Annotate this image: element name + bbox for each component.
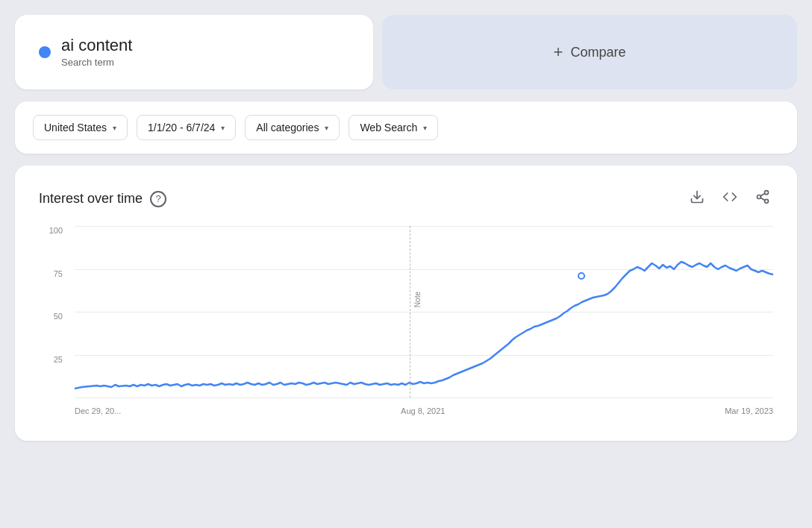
- y-label-100: 100: [49, 226, 69, 235]
- svg-line-5: [761, 194, 765, 196]
- search-type-filter[interactable]: Web Search ▾: [349, 115, 438, 140]
- chart-title: Interest over time: [39, 191, 143, 207]
- download-button[interactable]: [687, 186, 708, 211]
- x-axis-labels: Dec 29, 20... Aug 8, 2021 Mar 19, 2023: [75, 402, 773, 420]
- chart-plot: Note: [75, 226, 773, 397]
- filters-row: United States ▾ 1/1/20 - 6/7/24 ▾ All ca…: [15, 101, 797, 154]
- trend-line-svg: [75, 226, 773, 397]
- y-axis-labels: 100 75 50 25: [39, 226, 69, 397]
- chart-area: 100 75 50 25 Note D: [39, 226, 773, 420]
- category-chevron-icon: ▾: [325, 124, 328, 132]
- category-filter[interactable]: All categories ▾: [245, 115, 340, 140]
- chart-card: Interest over time ?: [15, 166, 797, 441]
- region-filter[interactable]: United States ▾: [33, 115, 128, 140]
- search-term-text: ai content Search term: [61, 36, 132, 69]
- region-filter-label: United States: [44, 122, 107, 133]
- y-label-75: 75: [54, 269, 69, 278]
- chart-header: Interest over time ?: [39, 186, 773, 211]
- chart-actions: [687, 186, 773, 211]
- chart-title-group: Interest over time ?: [39, 191, 166, 207]
- date-range-filter[interactable]: 1/1/20 - 6/7/24 ▾: [137, 115, 236, 140]
- category-label: All categories: [256, 122, 319, 133]
- compare-plus-icon: +: [554, 43, 563, 62]
- share-button[interactable]: [752, 186, 773, 211]
- grid-line-0: [75, 397, 773, 398]
- date-chevron-icon: ▾: [221, 124, 225, 132]
- embed-button[interactable]: [719, 186, 740, 211]
- search-term-card: ai content Search term: [15, 15, 373, 89]
- search-type-label: Web Search: [360, 122, 417, 133]
- note-vertical-line: [410, 226, 410, 397]
- y-label-25: 25: [54, 355, 69, 364]
- search-term-sublabel: Search term: [61, 57, 114, 68]
- svg-line-4: [761, 198, 765, 201]
- search-term-label: ai content: [61, 36, 132, 55]
- y-label-50: 50: [54, 312, 69, 321]
- x-label-start: Dec 29, 20...: [75, 406, 121, 415]
- x-label-mid: Aug 8, 2021: [401, 406, 445, 415]
- compare-card[interactable]: + Compare: [382, 15, 797, 89]
- compare-label: Compare: [570, 45, 625, 60]
- search-type-chevron-icon: ▾: [423, 124, 427, 132]
- help-icon[interactable]: ?: [150, 191, 166, 207]
- date-range-label: 1/1/20 - 6/7/24: [148, 122, 215, 133]
- search-term-dot: [39, 46, 51, 58]
- x-label-end: Mar 19, 2023: [725, 406, 773, 415]
- region-chevron-icon: ▾: [113, 124, 116, 132]
